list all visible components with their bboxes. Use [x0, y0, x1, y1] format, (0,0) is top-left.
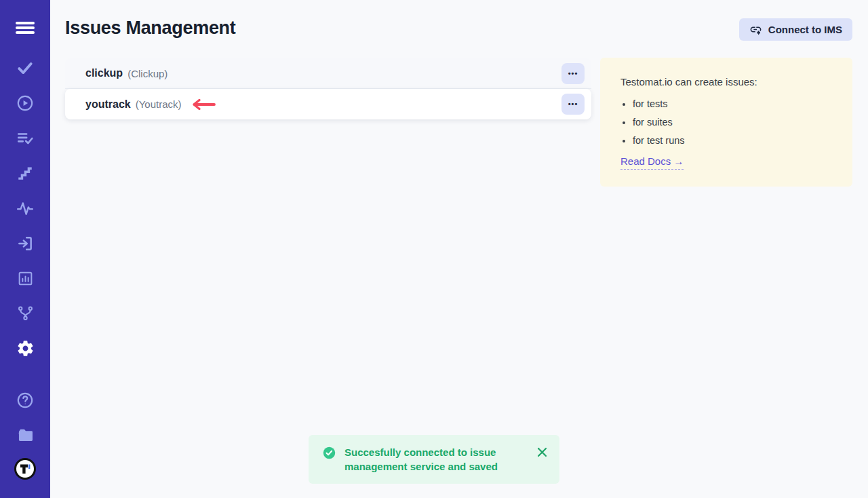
connect-to-ims-button[interactable]: Connect to IMS	[739, 18, 852, 41]
sidebar-item-projects[interactable]	[10, 420, 40, 450]
close-icon	[537, 447, 547, 457]
red-left-arrow-icon	[189, 98, 216, 111]
sidebar-item-reports[interactable]	[10, 263, 40, 293]
ims-name: clickup	[85, 67, 123, 79]
hamburger-menu-icon[interactable]	[10, 13, 40, 43]
sidebar-item-activity[interactable]	[10, 193, 40, 223]
info-panel-item: for suites	[633, 117, 832, 128]
page-title: Issues Management	[65, 18, 236, 39]
info-panel-item: for test runs	[633, 135, 832, 146]
info-panel: Testomat.io can create issues: for tests…	[600, 58, 852, 187]
play-circle-icon	[16, 94, 34, 112]
read-docs-link[interactable]: Read Docs →	[620, 155, 684, 170]
testomat-logo[interactable]	[10, 454, 40, 484]
settings-gear-icon	[16, 339, 35, 358]
sidebar-item-steps[interactable]	[10, 158, 40, 188]
steps-icon	[16, 164, 34, 182]
info-panel-list: for tests for suites for test runs	[620, 98, 832, 146]
ims-row-clickup[interactable]: clickup (Clickup) •••	[65, 58, 591, 89]
sidebar-item-branches[interactable]	[10, 298, 40, 328]
ims-row-actions-button[interactable]: •••	[561, 94, 585, 115]
ims-list: clickup (Clickup) ••• youtrack (Youtrack…	[65, 58, 591, 119]
help-icon	[16, 391, 34, 409]
sidebar-item-import[interactable]	[10, 229, 40, 258]
ims-type: (Youtrack)	[136, 98, 182, 110]
ims-row-actions-button[interactable]: •••	[561, 63, 585, 84]
check-icon	[16, 59, 34, 77]
branch-icon	[17, 305, 34, 322]
main-content: Issues Management Connect to IMS clickup…	[50, 0, 868, 498]
testomat-logo-icon	[13, 457, 37, 481]
success-toast: Succesfully connected to issue managemen…	[309, 435, 559, 484]
info-panel-title: Testomat.io can create issues:	[620, 76, 832, 88]
connect-button-label: Connect to IMS	[768, 24, 842, 35]
toast-message: Succesfully connected to issue managemen…	[344, 445, 522, 474]
folder-icon	[16, 426, 35, 444]
ims-name: youtrack	[85, 98, 131, 111]
activity-pulse-icon	[16, 199, 34, 217]
import-icon	[16, 235, 34, 252]
ims-row-youtrack[interactable]: youtrack (Youtrack) •••	[65, 89, 591, 119]
toast-close-button[interactable]	[537, 447, 547, 457]
connect-link-icon	[749, 23, 762, 36]
sidebar-item-help[interactable]	[10, 385, 40, 415]
info-panel-item: for tests	[633, 98, 832, 109]
success-check-icon	[323, 446, 336, 459]
ims-type: (Clickup)	[127, 68, 167, 79]
sidebar	[0, 0, 50, 498]
sidebar-item-test-plans[interactable]	[10, 123, 40, 153]
sidebar-item-settings[interactable]	[10, 333, 40, 363]
sidebar-item-runs[interactable]	[10, 88, 40, 118]
list-check-icon	[16, 130, 34, 147]
sidebar-item-tests[interactable]	[10, 53, 40, 83]
bar-chart-icon	[17, 270, 34, 287]
